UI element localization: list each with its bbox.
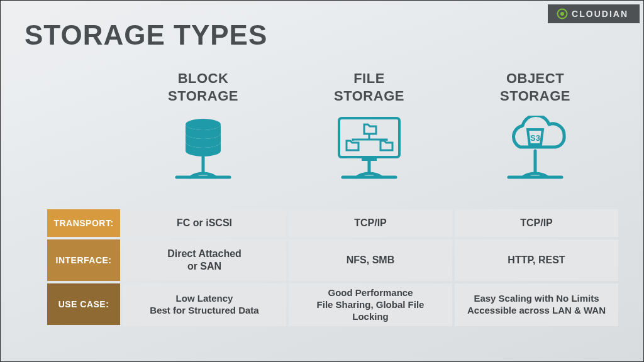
cell-usecase-block: Low LatencyBest for Structured Data [123, 283, 286, 326]
column-object: OBJECT STORAGE S3 [452, 70, 618, 185]
svg-point-1 [560, 12, 564, 16]
brand-name: CLOUDIAN [572, 9, 628, 19]
column-block: BLOCK STORAGE [120, 70, 286, 185]
cell-interface-object: HTTP, REST [455, 239, 618, 281]
column-title: OBJECT STORAGE [452, 70, 618, 104]
s3-badge-text: S3 [530, 133, 540, 143]
object-storage-icon: S3 [452, 116, 618, 185]
file-storage-icon [286, 116, 452, 185]
column-file: FILE STORAGE [286, 70, 452, 185]
cell-transport-object: TCP/IP [455, 209, 618, 237]
columns-header: BLOCK STORAGE FILE STORAGE [120, 70, 618, 185]
row-label-usecase: USE CASE: [47, 283, 120, 325]
cell-usecase-file: Good PerformanceFile Sharing, Global Fil… [289, 283, 452, 326]
page-title: STORAGE TYPES [25, 19, 267, 51]
column-title: BLOCK STORAGE [120, 70, 286, 104]
comparison-table: TRANSPORT: FC or iSCSI TCP/IP TCP/IP INT… [47, 209, 618, 326]
cell-interface-block: Direct Attachedor SAN [123, 239, 286, 281]
brand-bar: CLOUDIAN [548, 4, 640, 23]
cell-transport-file: TCP/IP [289, 209, 452, 237]
row-label-interface: INTERFACE: [47, 239, 120, 281]
row-label-transport: TRANSPORT: [47, 209, 120, 237]
svg-point-2 [186, 119, 221, 130]
column-title: FILE STORAGE [286, 70, 452, 104]
brand-logo-icon [557, 8, 568, 19]
cell-transport-block: FC or iSCSI [123, 209, 286, 237]
block-storage-icon [120, 116, 286, 185]
cell-interface-file: NFS, SMB [289, 239, 452, 281]
cell-usecase-object: Easy Scaling with No LimitsAccessible ac… [455, 283, 618, 326]
